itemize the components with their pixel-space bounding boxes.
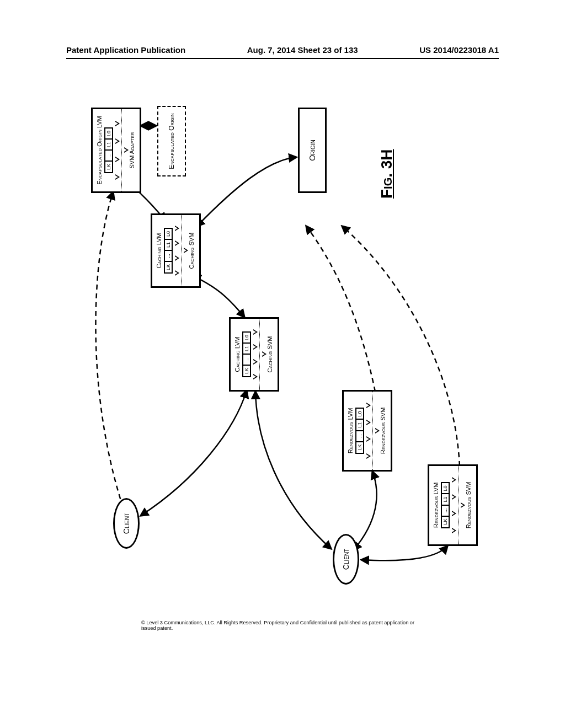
rendezvous-b-node: Rendezvous LVM LK ... L1 L0 Rendezvous S… [428,464,478,546]
diagram-stage: Client Client Encapsulated Origin LVM LK… [69,99,499,612]
rendezvous-a-node: Rendezvous LVM LK ... L1 L0 Rendezvous S… [342,390,392,472]
enc-origin-lvm-node: Encapsulated Origin LVM LK ... L1 L0 SVM… [91,108,141,193]
origin-box: Origin [298,108,327,193]
rendezvous-a-title: Rendezvous LVM [347,395,354,467]
page-header: Patent Application Publication Aug. 7, 2… [66,45,499,59]
client-b: Client [333,534,359,585]
header-right: US 2014/0223018 A1 [419,45,499,55]
triangle-row [115,113,120,188]
caching-a-title: Caching LVM [156,218,162,283]
enc-origin-lvm-svm: SVM Adapter [129,113,135,188]
rendezvous-b-svm: Rendezvous SVM [465,469,472,541]
page: Patent Application Publication Aug. 7, 2… [0,0,565,728]
copyright-line: © Level 3 Communications, LLC. All Right… [141,620,424,631]
caching-b-svm: Caching SVM [266,322,273,387]
rendezvous-a-svm: Rendezvous SVM [380,395,386,467]
figure-diagram: Client Client Encapsulated Origin LVM LK… [28,141,541,571]
caching-b-node: Caching LVM LK ... L1 L0 Caching SVM [229,317,279,392]
rendezvous-b-title: Rendezvous LVM [433,469,439,541]
client-a: Client [113,498,140,549]
header-left: Patent Application Publication [66,45,185,55]
header-middle: Aug. 7, 2014 Sheet 23 of 133 [247,45,358,55]
enc-origin-lvm-title: Encapsulated Origin LVM [96,113,103,188]
client-a-label: Client [122,513,131,534]
caching-a-svm: Caching SVM [188,218,195,283]
origin-label: Origin [308,140,317,161]
figure-label: Fig. 3H [378,149,396,199]
client-b-label: Client [342,549,350,570]
encapsulated-origin-label: Encapsulated Origin [168,113,175,169]
caching-b-title: Caching LVM [234,322,241,387]
encapsulated-origin-box: Encapsulated Origin [157,106,186,176]
layer-cells: LK ... L1 L0 [104,113,113,188]
caching-a-node: Caching LVM LK ... L1 L0 Caching SVM [151,213,201,288]
